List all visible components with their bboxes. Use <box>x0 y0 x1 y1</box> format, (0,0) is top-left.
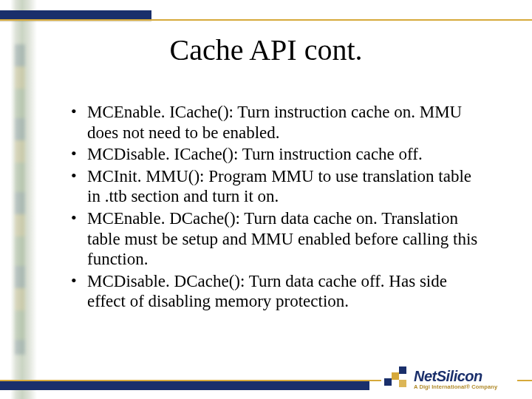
bottom-accent-bar <box>0 381 369 390</box>
list-item: MCInit. MMU(): Program MMU to use transl… <box>71 166 485 207</box>
logo-mark-icon <box>384 366 409 392</box>
list-item: MCEnable. DCache(): Turn data cache on. … <box>71 208 485 270</box>
list-item: MCDisable. ICache(): Turn instruction ca… <box>71 144 485 165</box>
slide-body: MCEnable. ICache(): Turn instruction cac… <box>71 102 485 313</box>
list-item: MCEnable. ICache(): Turn instruction cac… <box>71 102 485 143</box>
logo-brand-text: NetSilicon <box>414 369 497 383</box>
top-accent-bar <box>0 10 151 19</box>
list-item: MCDisable. DCache(): Turn data cache off… <box>71 271 485 312</box>
logo-tagline: A Digi International® Company <box>414 384 497 390</box>
netsilicon-logo: NetSilicon A Digi International® Company <box>381 364 517 395</box>
slide-title: Cache API cont. <box>0 33 532 67</box>
bullet-list: MCEnable. ICache(): Turn instruction cac… <box>71 102 485 312</box>
top-accent-shadow <box>0 21 151 22</box>
